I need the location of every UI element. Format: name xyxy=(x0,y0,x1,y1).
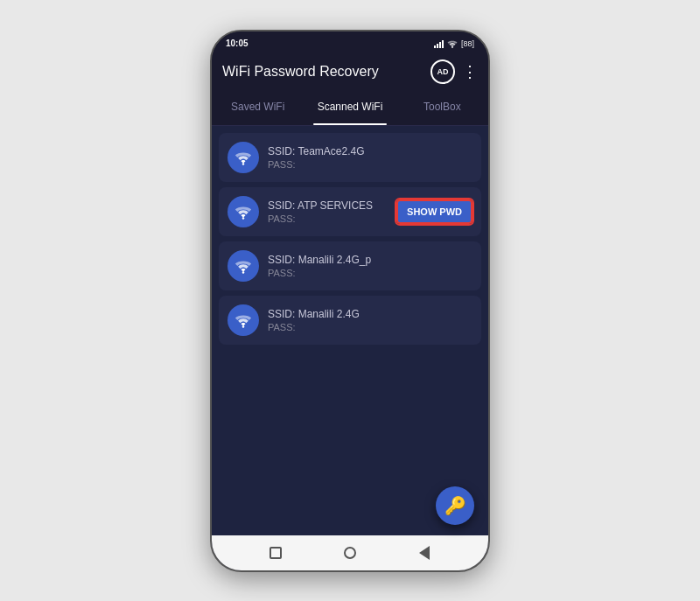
wifi-ssid-value-4: Manalili 2.4G xyxy=(298,308,360,320)
wifi-ssid-2: SSID: ATP SERVICES xyxy=(268,199,388,212)
wifi-ssid-value-3: Manalili 2.4G_p xyxy=(298,254,371,266)
fab-button[interactable]: 🔑 xyxy=(436,486,474,525)
tabs-bar: Saved WiFi Scanned WiFi ToolBox xyxy=(212,91,488,126)
wifi-ssid-value-1: TeamAce2.4G xyxy=(298,145,364,157)
wifi-ssid-value-2: ATP SERVICES xyxy=(298,199,373,212)
status-time: 10:05 xyxy=(226,38,248,48)
app-bar-icons: AD ⋮ xyxy=(430,59,478,84)
status-icons: [88] xyxy=(434,39,474,48)
wifi-pass-2: PASS: xyxy=(268,213,388,224)
list-item: SSID: ATP SERVICES PASS: SHOW PWD xyxy=(219,187,481,236)
wifi-pass-1: PASS: xyxy=(268,159,472,170)
wifi-ssid-3: SSID: Manalili 2.4G_p xyxy=(268,254,472,266)
wifi-ssid-4: SSID: Manalili 2.4G xyxy=(268,308,472,320)
app-bar: WiFi Password Recovery AD ⋮ xyxy=(212,52,488,91)
wifi-ssid-1: SSID: TeamAce2.4G xyxy=(268,145,472,157)
wifi-icon-circle xyxy=(228,142,259,173)
phone-frame: 10:05 [88] WiFi Password Recovery xyxy=(210,30,490,572)
wifi-icon-circle xyxy=(228,304,259,336)
tab-toolbox[interactable]: ToolBox xyxy=(396,91,488,125)
list-item: SSID: Manalili 2.4G PASS: xyxy=(219,296,481,345)
app-title: WiFi Password Recovery xyxy=(222,64,430,80)
wifi-icon xyxy=(234,149,252,166)
svg-point-2 xyxy=(242,217,245,220)
nav-back-icon xyxy=(419,546,430,560)
status-bar: 10:05 [88] xyxy=(212,31,488,52)
list-item: SSID: Manalili 2.4G_p PASS: xyxy=(219,241,481,290)
wifi-icon xyxy=(234,203,252,220)
nav-recent-button[interactable] xyxy=(266,543,285,563)
wifi-info: SSID: ATP SERVICES PASS: xyxy=(268,199,388,224)
svg-point-1 xyxy=(242,163,245,165)
wifi-pass-4: PASS: xyxy=(268,322,472,332)
tab-saved-wifi[interactable]: Saved WiFi xyxy=(212,91,304,125)
nav-circle-icon xyxy=(344,547,356,559)
more-options-icon[interactable]: ⋮ xyxy=(462,62,478,81)
nav-back-button[interactable] xyxy=(415,543,434,563)
list-item: SSID: TeamAce2.4G PASS: xyxy=(219,133,481,182)
svg-point-3 xyxy=(242,271,245,274)
battery-icon: [88] xyxy=(461,39,474,48)
nav-home-button[interactable] xyxy=(340,543,360,563)
svg-point-4 xyxy=(242,325,245,328)
wifi-icon xyxy=(234,311,252,329)
wifi-pass-3: PASS: xyxy=(268,268,472,278)
tab-saved-wifi-label: Saved WiFi xyxy=(231,101,284,113)
nav-bar xyxy=(212,535,488,570)
tab-toolbox-label: ToolBox xyxy=(424,101,461,113)
ad-icon[interactable]: AD xyxy=(430,59,455,84)
wifi-icon-circle xyxy=(228,196,259,227)
svg-point-0 xyxy=(452,46,453,47)
tab-scanned-wifi-label: Scanned WiFi xyxy=(318,101,383,113)
wifi-icon-circle xyxy=(228,250,259,282)
wifi-status-icon xyxy=(447,39,458,48)
tab-scanned-wifi[interactable]: Scanned WiFi xyxy=(304,91,396,125)
wifi-icon xyxy=(234,257,252,275)
nav-square-icon xyxy=(270,547,282,559)
wifi-info: SSID: Manalili 2.4G PASS: xyxy=(268,308,472,332)
wifi-info: SSID: Manalili 2.4G_p PASS: xyxy=(268,254,472,278)
wifi-info: SSID: TeamAce2.4G PASS: xyxy=(268,145,472,170)
show-pwd-button[interactable]: SHOW PWD xyxy=(396,199,472,224)
wifi-list-content: SSID: TeamAce2.4G PASS: xyxy=(212,126,488,535)
key-icon: 🔑 xyxy=(444,495,466,516)
signal-icon xyxy=(434,39,444,48)
